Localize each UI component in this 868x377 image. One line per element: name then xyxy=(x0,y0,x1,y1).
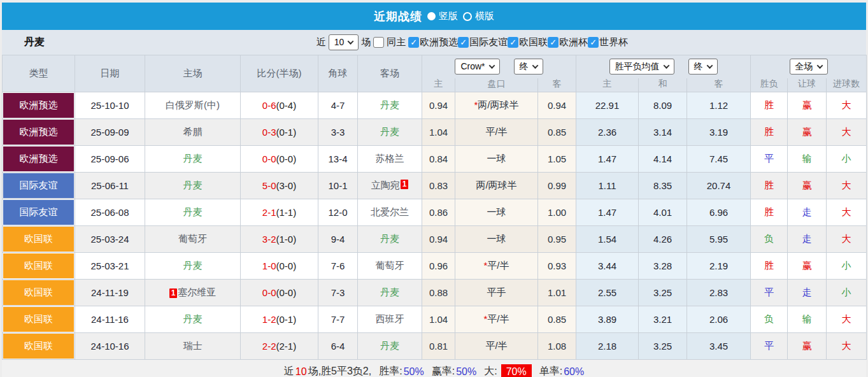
fulltime-score: 5-0 xyxy=(262,180,276,191)
score-cell: 5-0(3-0) xyxy=(241,173,318,199)
match-date: 25-09-09 xyxy=(75,119,145,146)
handicap-home-odds: 0.96 xyxy=(422,253,455,280)
single-rate-value: 60% xyxy=(564,366,584,377)
halftime-score: (0-0) xyxy=(276,287,297,298)
handicap-away-odds: 1.05 xyxy=(538,146,576,173)
mean-time-select[interactable]: 终 xyxy=(688,59,718,75)
same-home-away-label[interactable]: 同主 xyxy=(387,36,406,48)
table-row: 国际友谊 25-06-11 丹麦 5-0(3-0) 10-1 立陶宛1 0.83… xyxy=(3,173,867,199)
title-bar: 近期战绩 竖版 横版 xyxy=(2,3,866,30)
competition-filter[interactable]: ✓欧国联 xyxy=(508,36,548,48)
chevron-down-icon xyxy=(532,62,538,69)
result-handicap: 赢 xyxy=(788,173,827,199)
result-handicap: 输 xyxy=(788,306,827,333)
match-count-select[interactable]: 10 xyxy=(329,34,359,50)
handicap-line: 一球 xyxy=(455,146,538,173)
score-cell: 2-2(2-1) xyxy=(241,333,318,360)
result-goals: 大 xyxy=(827,199,867,226)
competition-filter[interactable]: ✓世界杯 xyxy=(588,36,628,48)
handicap-line: 一球 xyxy=(455,226,538,253)
table-row: 欧洲预选 25-09-06 丹麦 0-0(0-0) 13-4 苏格兰 0.84 … xyxy=(3,146,867,173)
fulltime-score: 2-2 xyxy=(262,341,276,352)
handicap-time-select[interactable]: 终 xyxy=(514,59,543,75)
competition-filter-label[interactable]: 世界杯 xyxy=(599,36,628,48)
checked-checkbox-icon[interactable]: ✓ xyxy=(458,37,469,48)
checked-checkbox-icon[interactable]: ✓ xyxy=(408,37,419,48)
result-handicap: 赢 xyxy=(788,92,827,119)
radio-selected-icon[interactable] xyxy=(427,12,436,20)
handicap-home-odds: 0.81 xyxy=(422,333,455,360)
table-row: 欧国联 24-11-19 1塞尔维亚 0-0(0-0) 7-3 丹麦 0.88 … xyxy=(3,280,867,306)
mean-away-odds: 1.12 xyxy=(687,92,751,119)
handicap-line: 两/两球半 xyxy=(455,173,538,199)
handicap-away-odds: 0.93 xyxy=(538,253,576,280)
handicap-home-odds: 0.94 xyxy=(422,226,455,253)
away-team: 西班牙 xyxy=(358,306,422,333)
result-wdl: 胜 xyxy=(751,92,788,119)
fulltime-score: 0-6 xyxy=(262,100,276,111)
handicap-away-odds: 1.00 xyxy=(538,199,576,226)
competition-badge: 欧洲预选 xyxy=(3,93,74,118)
horizontal-layout-label[interactable]: 横版 xyxy=(475,10,494,22)
radio-unselected-icon[interactable] xyxy=(463,12,472,21)
competition-filter-label[interactable]: 国际友谊 xyxy=(469,36,508,48)
home-team: 希腊 xyxy=(145,119,241,146)
layout-option-vertical[interactable]: 竖版 xyxy=(427,10,458,22)
handicap-line: *两/两球半 xyxy=(455,92,538,119)
mean-away-odds: 3.45 xyxy=(687,333,751,360)
score-cell: 0-6(0-4) xyxy=(241,92,318,119)
fulltime-score: 0-3 xyxy=(262,127,276,138)
result-wdl: 胜 xyxy=(751,173,788,199)
competition-filter[interactable]: ✓欧洲预选 xyxy=(408,36,458,48)
halftime-score: (0-4) xyxy=(276,100,297,111)
result-handicap: 走 xyxy=(788,199,827,226)
result-wdl: 平 xyxy=(751,280,788,306)
mean-draw-odds: 3.25 xyxy=(639,280,687,306)
match-date: 25-03-24 xyxy=(75,226,145,253)
mean-away-odds: 7.45 xyxy=(687,146,751,173)
handicap-away-odds: 0.85 xyxy=(538,119,576,146)
col-header-away: 客场 xyxy=(358,55,422,92)
home-team: 白俄罗斯(中) xyxy=(145,92,241,119)
competition-filter-label[interactable]: 欧国联 xyxy=(519,36,548,48)
checked-checkbox-icon[interactable]: ✓ xyxy=(588,37,599,48)
match-date: 24-10-16 xyxy=(75,333,145,360)
competition-filter-label[interactable]: 欧洲杯 xyxy=(559,36,588,48)
same-home-away-checkbox[interactable] xyxy=(373,37,384,48)
handicap-away-odds: 0.94 xyxy=(538,92,576,119)
competition-badge: 欧洲预选 xyxy=(3,120,74,145)
profit-rate-label: 赢率: xyxy=(432,365,455,377)
summary-text: 场,胜5平3负2, xyxy=(308,365,372,377)
table-row: 欧国联 24-10-16 瑞士 2-2(2-1) 6-4 丹麦 0.81 平/半… xyxy=(3,333,867,360)
result-goals: 大 xyxy=(827,173,867,199)
page-title: 近期战绩 xyxy=(374,9,422,24)
handicap-line: *平/半 xyxy=(455,253,538,280)
halftime-score: (0-0) xyxy=(276,260,297,271)
mean-away-odds: 2.19 xyxy=(687,253,751,280)
competition-filter[interactable]: ✓欧洲杯 xyxy=(548,36,588,48)
competition-filter-label[interactable]: 欧洲预选 xyxy=(420,36,458,48)
away-team: 丹麦 xyxy=(358,92,422,119)
checked-checkbox-icon[interactable]: ✓ xyxy=(548,37,559,48)
bookmaker-select[interactable]: Crow* xyxy=(455,59,499,75)
layout-option-horizontal[interactable]: 横版 xyxy=(463,10,494,22)
competition-filter[interactable]: ✓国际友谊 xyxy=(458,36,508,48)
table-row: 欧国联 25-03-21 丹麦 1-0(0-0) 7-6 葡萄牙 0.96 *平… xyxy=(3,253,867,280)
away-team: 苏格兰 xyxy=(358,146,422,173)
handicap-home-odds: 1.04 xyxy=(422,306,455,333)
mean-type-select[interactable]: 胜平负均值 xyxy=(609,59,674,75)
games-label: 场 xyxy=(361,36,371,48)
mean-draw-odds: 3.14 xyxy=(639,119,687,146)
mean-home-odds: 2.36 xyxy=(576,119,639,146)
mean-home-odds: 22.91 xyxy=(576,92,639,119)
subcol-handicap-line: 盘口 xyxy=(455,78,538,92)
checked-checkbox-icon[interactable]: ✓ xyxy=(508,37,518,48)
match-date: 24-11-16 xyxy=(75,306,145,333)
scope-select[interactable]: 全场 xyxy=(790,59,828,75)
home-team: 丹麦 xyxy=(145,146,241,173)
result-handicap: 输 xyxy=(788,146,827,173)
mean-home-odds: 1.54 xyxy=(576,226,639,253)
corner-count: 7-7 xyxy=(318,306,358,333)
vertical-layout-label[interactable]: 竖版 xyxy=(439,10,458,22)
corner-count: 7-3 xyxy=(318,280,358,306)
